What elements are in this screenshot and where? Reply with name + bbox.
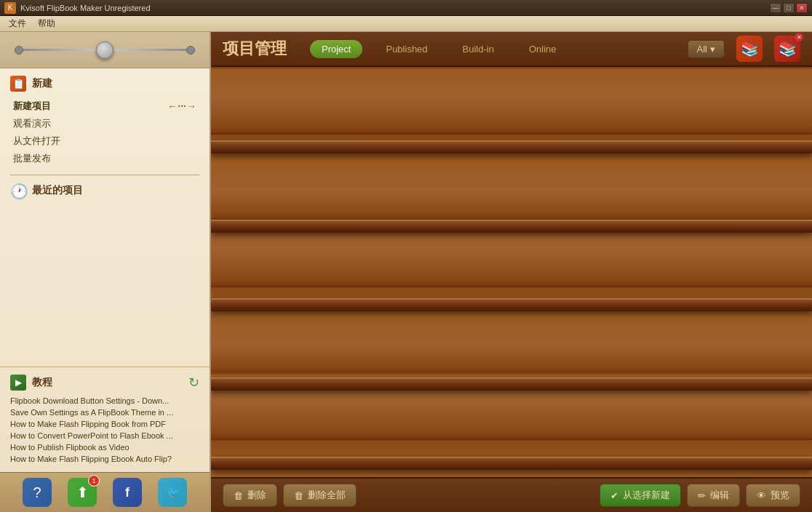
recent-section-title: 最近的项目 (32, 184, 83, 197)
tutorial-item-4[interactable]: How to Publish Flipbook as Video (10, 441, 199, 453)
update-badge: 1 (88, 475, 100, 487)
close-button[interactable]: ✕ (796, 3, 808, 13)
remove-books-icon: 📚 (779, 40, 797, 57)
batch-publish-label: 批量发布 (13, 152, 51, 165)
preview-button[interactable]: 👁 预览 (746, 484, 800, 507)
open-from-file-label: 从文件打开 (13, 135, 60, 148)
titlebar: K Kvisoft FlipBook Maker Unregistered — … (0, 0, 812, 16)
shelf-row-3 (211, 233, 812, 312)
new-section-header: 📋 新建 (10, 76, 199, 92)
open-from-file-item[interactable]: 从文件打开 (10, 132, 199, 150)
tab-project[interactable]: Project (310, 40, 362, 58)
zipper-knob (96, 41, 114, 59)
facebook-button[interactable]: f (113, 478, 142, 507)
content-area: 项目管理 Project Published Build-in Online A… (211, 32, 812, 512)
menu-help[interactable]: 帮助 (32, 16, 61, 31)
batch-publish-item[interactable]: 批量发布 (10, 150, 199, 167)
divider (10, 175, 199, 175)
checkmark-icon: ✔ (610, 490, 618, 501)
new-project-label: 新建项目 (13, 100, 51, 113)
zipper-decoration (0, 32, 210, 68)
tutorial-item-5[interactable]: How to Make Flash Flipping Ebook Auto Fl… (10, 453, 199, 465)
view-books-button[interactable]: 📚 (736, 36, 763, 62)
tutorial-item-3[interactable]: How to Convert PowerPoint to Flash Ebook… (10, 430, 199, 441)
help-button[interactable]: ? (23, 478, 52, 507)
recent-section-icon: 🕐 (10, 183, 26, 199)
tutorial-item-2[interactable]: How to Make Flash Flipping Book from PDF (10, 418, 199, 430)
shelf-row-1 (211, 74, 812, 153)
zipper-right-end (186, 46, 195, 55)
facebook-icon: f (125, 485, 130, 500)
tab-buildin[interactable]: Build-in (451, 40, 506, 58)
tab-published[interactable]: Published (374, 40, 439, 58)
delete-all-icon: 🗑 (294, 490, 303, 501)
watch-demo-label: 观看演示 (13, 117, 51, 130)
delete-button[interactable]: 🗑 删除 (223, 484, 277, 507)
delete-all-button[interactable]: 🗑 删除全部 (283, 484, 357, 507)
help-icon: ? (33, 484, 41, 501)
titlebar-controls: — □ ✕ (770, 3, 808, 13)
menubar: 文件 帮助 (0, 16, 812, 32)
tutorial-section: ▶ 教程 ↻ Flipbook Download Button Settings… (0, 367, 210, 472)
new-project-item[interactable]: 新建项目 ←···→ (10, 97, 199, 115)
sidebar: 📋 新建 新建项目 ←···→ 观看演示 从文件打开 批量发布 🕐 最近的项目 (0, 32, 211, 512)
tutorial-item-0[interactable]: Flipbook Download Button Settings - Down… (10, 395, 199, 407)
new-from-selected-label: 从选择新建 (623, 489, 670, 502)
tab-online[interactable]: Online (517, 40, 568, 58)
maximize-button[interactable]: □ (783, 3, 795, 13)
shelf-board-3 (211, 298, 812, 311)
action-bar: 🗑 删除 🗑 删除全部 ✔ 从选择新建 ✏ 编辑 👁 预览 (211, 477, 812, 512)
shelf-board-2 (211, 220, 812, 233)
edit-icon: ✏ (698, 490, 706, 501)
shelf-board-1 (211, 140, 812, 153)
tutorial-title: 教程 (32, 376, 52, 389)
all-dropdown-label: All (697, 44, 707, 55)
update-button[interactable]: ⬆ 1 (68, 478, 97, 507)
shelf-board-4 (211, 377, 812, 391)
refresh-icon[interactable]: ↻ (188, 375, 199, 391)
main-container: 📋 新建 新建项目 ←···→ 观看演示 从文件打开 批量发布 🕐 最近的项目 (0, 32, 812, 512)
twitter-button[interactable]: 🐦 (158, 478, 187, 507)
eye-icon: 👁 (757, 490, 766, 501)
delete-label: 删除 (247, 489, 266, 502)
minimize-button[interactable]: — (770, 3, 781, 13)
zipper-line (17, 49, 192, 51)
update-icon: ⬆ (76, 484, 89, 501)
tutorial-item-1[interactable]: Save Own Settings as A FlipBook Theme in… (10, 407, 199, 418)
books-icon: 📚 (741, 40, 759, 57)
watch-demo-item[interactable]: 观看演示 (10, 115, 199, 132)
edit-label: 编辑 (710, 489, 729, 502)
page-title: 项目管理 (223, 38, 287, 60)
remove-books-button[interactable]: 📚 ✕ (774, 36, 800, 62)
app-title: Kvisoft FlipBook Maker Unregistered (20, 4, 151, 12)
titlebar-left: K Kvisoft FlipBook Maker Unregistered (4, 2, 151, 14)
delete-all-label: 删除全部 (308, 489, 346, 502)
sidebar-content: 📋 新建 新建项目 ←···→ 观看演示 从文件打开 批量发布 🕐 最近的项目 (0, 68, 210, 367)
new-from-selected-button[interactable]: ✔ 从选择新建 (600, 484, 681, 507)
tutorial-icon: ▶ (10, 375, 26, 391)
shelf-board-5 (211, 457, 812, 470)
twitter-icon: 🐦 (167, 487, 179, 498)
sidebar-bottom: ? ⬆ 1 f 🐦 (0, 472, 210, 512)
content-header: 项目管理 Project Published Build-in Online A… (211, 32, 812, 67)
shelf-row-4 (211, 311, 812, 391)
app-icon: K (4, 2, 16, 14)
arrow-icon: ←···→ (167, 100, 196, 112)
all-dropdown[interactable]: All ▾ (688, 40, 725, 58)
menu-file[interactable]: 文件 (3, 16, 32, 31)
zipper-left-end (15, 46, 23, 55)
preview-label: 预览 (771, 489, 789, 502)
new-section-icon: 📋 (10, 76, 26, 92)
new-section-title: 新建 (32, 77, 52, 90)
shelf-row-2 (211, 153, 812, 233)
bookshelf (211, 67, 812, 477)
edit-button[interactable]: ✏ 编辑 (687, 484, 740, 507)
delete-icon: 🗑 (234, 490, 243, 501)
recent-section-header: 🕐 最近的项目 (10, 183, 199, 199)
shelf-row-5 (211, 391, 812, 470)
dropdown-chevron-icon: ▾ (710, 44, 715, 55)
x-icon: ✕ (795, 33, 803, 41)
tutorial-header: ▶ 教程 ↻ (10, 375, 199, 391)
